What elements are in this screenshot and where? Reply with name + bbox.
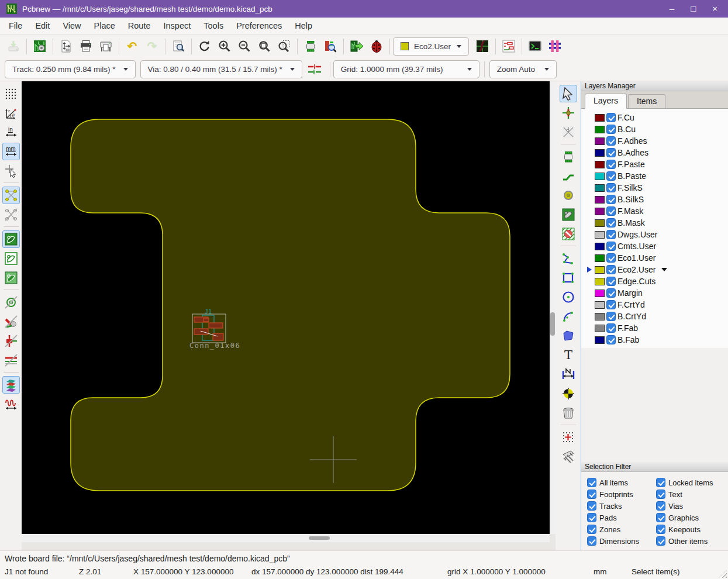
add-via-tool[interactable] — [560, 187, 577, 204]
highlight-net-tool[interactable] — [560, 104, 577, 122]
layer-color-swatch[interactable] — [595, 208, 605, 215]
selection-filter-header[interactable]: Selection Filter — [581, 462, 728, 472]
layer-color-swatch[interactable] — [595, 290, 605, 297]
zone-sketch-mode-button[interactable] — [2, 269, 20, 287]
layer-row-bpaste[interactable]: B.Paste — [581, 170, 728, 182]
track-outline-toggle[interactable] — [2, 313, 20, 330]
router-settings-button[interactable] — [500, 37, 517, 55]
checkbox[interactable] — [656, 525, 665, 534]
zone-b-mask[interactable] — [71, 119, 510, 491]
layer-color-swatch[interactable] — [595, 254, 605, 262]
zoom-selection-button[interactable] — [275, 37, 293, 55]
menu-place[interactable]: Place — [88, 18, 122, 35]
layer-color-swatch[interactable] — [595, 336, 605, 344]
polar-coords-toggle[interactable]: rθ — [2, 104, 20, 122]
scripting-console-button[interactable] — [526, 37, 544, 55]
checkbox[interactable] — [587, 501, 596, 511]
layer-row-fpaste[interactable]: F.Paste — [581, 158, 728, 170]
layer-visibility-checkbox[interactable] — [606, 230, 616, 239]
layer-color-swatch[interactable] — [595, 231, 605, 239]
layer-row-eco1user[interactable]: Eco1.User — [581, 252, 728, 264]
layer-visibility-checkbox[interactable] — [606, 125, 616, 134]
refresh-view-button[interactable] — [196, 37, 213, 55]
close-button[interactable]: × — [712, 0, 717, 18]
layer-row-bsilks[interactable]: B.SilkS — [581, 194, 728, 205]
zoom-level-dropdown[interactable]: Zoom Auto — [489, 60, 557, 78]
layer-row-fadhes[interactable]: F.Adhes — [581, 135, 728, 147]
resize-grip[interactable] — [719, 570, 727, 578]
filter-keepouts[interactable]: Keepouts — [656, 523, 725, 535]
layer-color-swatch[interactable] — [595, 325, 605, 332]
checkbox[interactable] — [587, 478, 596, 487]
tab-layers[interactable]: Layers — [585, 94, 627, 109]
filter-graphics[interactable]: Graphics — [656, 512, 725, 523]
redo-button[interactable]: ↷ — [143, 37, 161, 55]
add-dimension-tool[interactable] — [560, 366, 577, 383]
units-inches-toggle[interactable]: in — [2, 123, 20, 141]
layer-row-cmtsuser[interactable]: Cmts.User — [581, 240, 728, 252]
filter-pads[interactable]: Pads — [587, 512, 656, 523]
measure-tool[interactable] — [560, 448, 577, 466]
layer-visibility-checkbox[interactable] — [606, 253, 616, 263]
track-width-dropdown[interactable]: Track: 0.250 mm (9.84 mils) * — [5, 60, 136, 78]
menu-help[interactable]: Help — [288, 18, 319, 35]
filter-all-items[interactable]: All items — [587, 477, 656, 488]
horizontal-scrollbar[interactable] — [22, 534, 550, 542]
clearance-outline-toggle[interactable] — [2, 351, 20, 369]
layer-visibility-checkbox[interactable] — [606, 160, 616, 169]
layer-visibility-checkbox[interactable] — [606, 206, 616, 216]
zoom-out-button[interactable] — [236, 37, 253, 55]
layer-row-bfab[interactable]: B.Fab — [581, 334, 728, 346]
add-rectangle-tool[interactable] — [560, 269, 577, 287]
menu-edit[interactable]: Edit — [29, 18, 56, 35]
checkbox[interactable] — [656, 478, 665, 487]
tab-items[interactable]: Items — [628, 94, 665, 108]
menu-inspect[interactable]: Inspect — [157, 18, 198, 35]
layer-color-swatch[interactable] — [595, 219, 605, 227]
microwave-tools-button[interactable] — [474, 37, 491, 55]
plot-button[interactable] — [97, 37, 115, 55]
grid-size-dropdown[interactable]: Grid: 1.0000 mm (39.37 mils) — [333, 60, 479, 78]
filter-text[interactable]: Text — [656, 488, 725, 500]
maximize-button[interactable]: □ — [691, 0, 696, 18]
page-settings-button[interactable] — [57, 37, 75, 55]
vertical-scrollbar[interactable] — [550, 81, 556, 534]
filter-tracks[interactable]: Tracks — [587, 500, 656, 512]
layer-visibility-checkbox[interactable] — [606, 183, 616, 192]
layer-color-swatch[interactable] — [595, 278, 605, 285]
pad-outline-toggle[interactable] — [2, 332, 20, 350]
add-footprint-tool[interactable] — [560, 148, 577, 166]
layers-manager-header[interactable]: Layers Manager — [581, 81, 728, 91]
filter-locked-items[interactable]: Locked items — [656, 477, 725, 488]
layer-visibility-checkbox[interactable] — [606, 148, 616, 157]
grid-origin-tool[interactable] — [560, 429, 577, 446]
layer-visibility-checkbox[interactable] — [606, 195, 616, 204]
print-button[interactable] — [77, 37, 95, 55]
zone-outline-mode-button[interactable] — [2, 250, 20, 267]
layer-row-margin[interactable]: Margin — [581, 287, 728, 299]
layer-color-swatch[interactable] — [595, 126, 605, 133]
layer-row-edgecuts[interactable]: Edge.Cuts — [581, 275, 728, 287]
layer-row-fsilks[interactable]: F.SilkS — [581, 182, 728, 194]
layer-visibility-checkbox[interactable] — [606, 136, 616, 146]
add-polygon-tool[interactable] — [560, 327, 577, 344]
add-zone-tool[interactable] — [560, 206, 577, 223]
local-ratsnest-tool[interactable] — [560, 123, 577, 141]
layer-color-swatch[interactable] — [595, 313, 605, 320]
ratsnest-visibility-toggle[interactable] — [2, 187, 20, 204]
layer-row-fcu[interactable]: F.Cu — [581, 112, 728, 123]
add-text-tool[interactable]: T — [560, 346, 577, 364]
layer-row-ffab[interactable]: F.Fab — [581, 322, 728, 334]
via-size-dropdown[interactable]: Via: 0.80 / 0.40 mm (31.5 / 15.7 mils) * — [140, 60, 302, 78]
layer-color-swatch[interactable] — [595, 161, 605, 168]
auto-track-width-button[interactable] — [306, 61, 323, 78]
layer-visibility-checkbox[interactable] — [606, 171, 616, 181]
minimize-button[interactable]: – — [670, 0, 674, 18]
layer-visibility-checkbox[interactable] — [606, 312, 616, 321]
layer-visibility-checkbox[interactable] — [606, 265, 616, 274]
cursor-shape-toggle[interactable] — [2, 162, 20, 180]
pcb-canvas[interactable]: J1 Conn_01x06 — [22, 81, 550, 534]
units-mm-toggle[interactable]: mm — [2, 143, 20, 160]
horizontal-scrollbar-thumb[interactable] — [309, 536, 330, 540]
layer-row-dwgsuser[interactable]: Dwgs.User — [581, 229, 728, 240]
